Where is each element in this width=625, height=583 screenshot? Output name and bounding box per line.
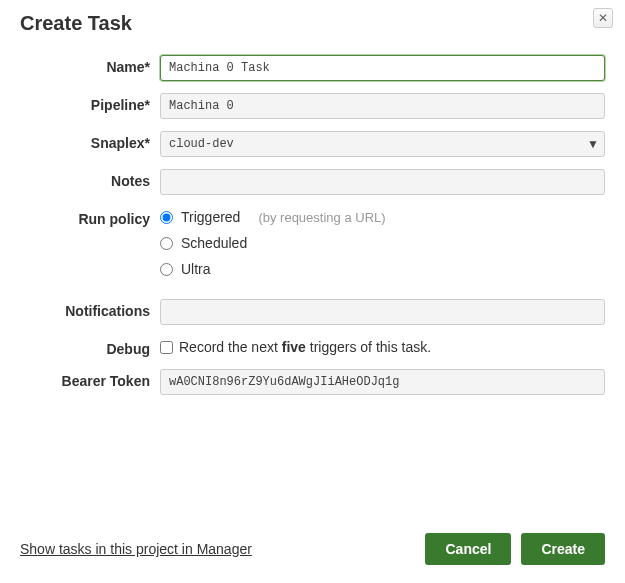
- radio-triggered-hint: (by requesting a URL): [258, 210, 385, 225]
- radio-triggered-label: Triggered: [181, 209, 240, 225]
- bearer-token-input[interactable]: [160, 369, 605, 395]
- snaplex-label: Snaplex*: [20, 131, 160, 151]
- radio-scheduled-label: Scheduled: [181, 235, 247, 251]
- notes-label: Notes: [20, 169, 160, 189]
- name-label: Name*: [20, 55, 160, 75]
- debug-label: Debug: [20, 337, 160, 357]
- cancel-button[interactable]: Cancel: [425, 533, 511, 565]
- show-tasks-link[interactable]: Show tasks in this project in Manager: [20, 541, 252, 557]
- create-button[interactable]: Create: [521, 533, 605, 565]
- debug-checkbox-row[interactable]: Record the next five triggers of this ta…: [160, 337, 605, 355]
- notifications-label: Notifications: [20, 299, 160, 319]
- radio-ultra[interactable]: [160, 263, 173, 276]
- bearer-token-label: Bearer Token: [20, 369, 160, 389]
- radio-triggered[interactable]: [160, 211, 173, 224]
- debug-text: Record the next five triggers of this ta…: [179, 339, 431, 355]
- run-policy-scheduled[interactable]: Scheduled: [160, 235, 605, 251]
- pipeline-input[interactable]: [160, 93, 605, 119]
- run-policy-triggered[interactable]: Triggered (by requesting a URL): [160, 209, 605, 225]
- snaplex-select[interactable]: [160, 131, 605, 157]
- run-policy-ultra[interactable]: Ultra: [160, 261, 605, 277]
- close-button[interactable]: ✕: [593, 8, 613, 28]
- notes-input[interactable]: [160, 169, 605, 195]
- radio-scheduled[interactable]: [160, 237, 173, 250]
- notifications-input[interactable]: [160, 299, 605, 325]
- debug-checkbox[interactable]: [160, 341, 173, 354]
- name-input[interactable]: [160, 55, 605, 81]
- radio-ultra-label: Ultra: [181, 261, 211, 277]
- run-policy-label: Run policy: [20, 207, 160, 227]
- dialog-title: Create Task: [20, 12, 605, 35]
- pipeline-label: Pipeline*: [20, 93, 160, 113]
- close-icon: ✕: [598, 11, 608, 25]
